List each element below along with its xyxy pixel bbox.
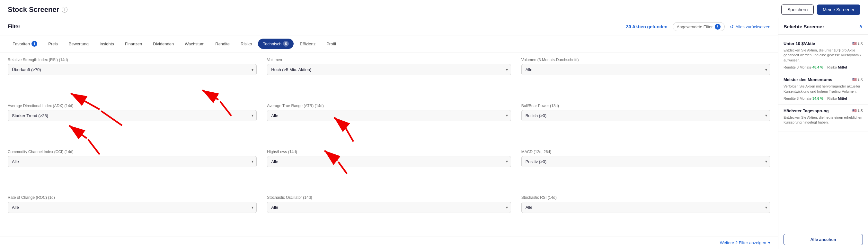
tab-insights[interactable]: Insights xyxy=(95,39,119,49)
filter-label-rsi: Relative Strength Index (RSI) (14d) xyxy=(8,58,257,62)
screener-stats-under10: Rendite 3 Monate 48,4 %Risiko Mittel xyxy=(783,65,863,69)
filter-select-rsi[interactable]: AlleÜberkauft (>70)Überverkauft (<30) xyxy=(8,64,257,75)
stat-value: Mittel xyxy=(838,96,847,100)
filter-select-stochastic[interactable]: Alle xyxy=(267,202,511,213)
filter-section-rsi: Relative Strength Index (RSI) (14d)AlleÜ… xyxy=(8,52,262,99)
sidebar-header: Beliebte Screener ∧ xyxy=(778,18,868,35)
view-all-button[interactable]: Alle ansehen xyxy=(783,234,863,245)
tab-wachstum[interactable]: Wachstum xyxy=(180,39,209,49)
stat-label: Risiko xyxy=(827,65,838,69)
tab-label-effizienz: Effizienz xyxy=(300,42,315,46)
filter-label: Filter xyxy=(8,24,20,30)
screener-item-momentum[interactable]: Meister des Momentums🇺🇸USVerfolgen Sie A… xyxy=(778,73,868,105)
tab-label-technisch: Technisch xyxy=(263,42,281,46)
stocks-found: 30 Aktien gefunden xyxy=(626,24,668,29)
tab-label-finanzen: Finanzen xyxy=(125,42,142,46)
filter-bar: Filter 30 Aktien gefunden Angewendete Fi… xyxy=(0,18,778,35)
screener-stats-momentum: Rendite 3 Monate 34,6 %Risiko Mittel xyxy=(783,96,863,100)
main: Filter 30 Aktien gefunden Angewendete Fi… xyxy=(0,18,868,249)
filter-section-stochasticrsi: Stochastic RSI (14d)Alle xyxy=(516,190,770,236)
tab-profil[interactable]: Profil xyxy=(321,39,341,49)
filter-label-atr: Average True Range (ATR) (14d) xyxy=(267,104,511,108)
filter-select-macd[interactable]: AllePositiv (>0)Negativ (<0) xyxy=(521,156,770,167)
filter-section-cci: Commodity Channel Index (CCI) (14d)Alle xyxy=(8,144,262,190)
screener-item-dayLeap[interactable]: Höchster Tagessprung🇺🇸USEntdecken Sie Ak… xyxy=(778,105,868,132)
filter-select-wrapper-volumen3m: Alle xyxy=(521,64,770,75)
info-icon[interactable]: i xyxy=(62,7,67,12)
tab-risiko[interactable]: Risiko xyxy=(236,39,257,49)
tab-label-wachstum: Wachstum xyxy=(185,42,204,46)
tab-label-profil: Profil xyxy=(327,42,336,46)
stat-label: Risiko xyxy=(827,96,838,100)
tab-label-bewertung: Bewertung xyxy=(69,42,89,46)
filter-label-highslows: Highs/Lows (14d) xyxy=(267,149,511,154)
screener-item-desc-dayLeap: Entdecken Sie Aktien, die heute einen er… xyxy=(783,115,863,125)
sidebar: Beliebte Screener ∧ Unter 10 $/Aktie🇺🇸US… xyxy=(778,18,868,249)
filter-section-volumen: VolumenAlleHoch (>5 Mio. Aktien)Sehr hoc… xyxy=(262,52,516,99)
filter-select-wrapper-highslows: Alle xyxy=(267,156,511,167)
tab-finanzen[interactable]: Finanzen xyxy=(120,39,147,49)
country-label-dayLeap: US xyxy=(858,109,863,113)
tab-technisch[interactable]: Technisch5 xyxy=(258,38,293,49)
page-title: Stock Screener xyxy=(8,5,59,14)
filter-select-atr[interactable]: Alle xyxy=(267,110,511,121)
tab-label-insights: Insights xyxy=(100,42,114,46)
save-button[interactable]: Speichern xyxy=(781,4,814,15)
stat-momentum-Rendite 3 Monate: Rendite 3 Monate 34,6 % xyxy=(783,96,823,100)
filter-section-highslows: Highs/Lows (14d)Alle xyxy=(262,144,516,190)
header-left: Stock Screener i xyxy=(8,5,67,14)
tab-label-preis: Preis xyxy=(48,42,58,46)
my-screener-button[interactable]: Meine Screener xyxy=(817,4,860,15)
filter-select-adx[interactable]: AlleStarker Trend (>25)Schwacher Trend (… xyxy=(8,110,257,121)
filter-select-cci[interactable]: Alle xyxy=(8,156,257,167)
country-badge-under10: 🇺🇸US xyxy=(852,42,863,46)
reset-icon: ↺ xyxy=(730,24,734,29)
flag-icon-under10: 🇺🇸 xyxy=(852,42,857,46)
tab-preis[interactable]: Preis xyxy=(43,39,63,49)
tab-badge-technisch: 5 xyxy=(283,41,289,47)
country-label-under10: US xyxy=(858,42,863,46)
sidebar-items: Unter 10 $/Aktie🇺🇸USEntdecken Sie Aktien… xyxy=(778,35,868,230)
filter-count-badge: 5 xyxy=(715,24,720,30)
filter-select-stochasticrsi[interactable]: Alle xyxy=(521,202,770,213)
filter-label-bullbear: Bull/Bear Power (13d) xyxy=(521,104,770,108)
filter-select-roc[interactable]: Alle xyxy=(8,202,257,213)
filter-select-volumen3m[interactable]: Alle xyxy=(521,64,770,75)
screener-item-under10[interactable]: Unter 10 $/Aktie🇺🇸USEntdecken Sie Aktien… xyxy=(778,37,868,73)
show-more-button[interactable]: Weitere 2 Filter anzeigen ▾ xyxy=(0,236,778,249)
filter-select-wrapper-rsi: AlleÜberkauft (>70)Überverkauft (<30) xyxy=(8,64,257,75)
filter-label-macd: MACD (12d, 26d) xyxy=(521,149,770,154)
filter-select-bullbear[interactable]: AlleBullish (>0)Bearish (<0) xyxy=(521,110,770,121)
filter-label-volumen: Volumen xyxy=(267,58,511,62)
tab-dividenden[interactable]: Dividenden xyxy=(148,39,179,49)
stat-under10-Risiko: Risiko Mittel xyxy=(827,65,847,69)
tab-bewertung[interactable]: Bewertung xyxy=(64,39,93,49)
filter-label-adx: Average Directional Index (ADX) (14d) xyxy=(8,104,257,108)
reset-all-label: Alles zurücksetzen xyxy=(736,24,770,29)
filter-select-wrapper-macd: AllePositiv (>0)Negativ (<0) xyxy=(521,156,770,167)
applied-filters-label: Angewendete Filter xyxy=(677,24,713,29)
screener-item-header-dayLeap: Höchster Tagessprung🇺🇸US xyxy=(783,108,863,113)
flag-icon-dayLeap: 🇺🇸 xyxy=(852,109,857,113)
filter-select-wrapper-stochasticrsi: Alle xyxy=(521,202,770,213)
tab-effizienz[interactable]: Effizienz xyxy=(295,39,320,49)
flag-icon-momentum: 🇺🇸 xyxy=(852,78,857,82)
filter-label-roc: Rate of Change (ROC) (1d) xyxy=(8,195,257,200)
sidebar-toggle-icon[interactable]: ∧ xyxy=(859,23,863,30)
chevron-down-icon: ▾ xyxy=(768,240,770,245)
filter-select-wrapper-atr: Alle xyxy=(267,110,511,121)
stat-value: Mittel xyxy=(838,65,847,69)
filter-label-volumen3m: Volumen (3-Monats-Durchschnitt) xyxy=(521,58,770,62)
country-badge-dayLeap: 🇺🇸US xyxy=(852,109,863,113)
reset-all-button[interactable]: ↺ Alles zurücksetzen xyxy=(730,24,770,29)
filter-section-volumen3m: Volumen (3-Monats-Durchschnitt)Alle xyxy=(516,52,770,99)
stat-under10-Rendite 3 Monate: Rendite 3 Monate 48,4 % xyxy=(783,65,823,69)
filter-section-bullbear: Bull/Bear Power (13d)AlleBullish (>0)Bea… xyxy=(516,99,770,144)
tab-rendite[interactable]: Rendite xyxy=(210,39,235,49)
filter-section-roc: Rate of Change (ROC) (1d)Alle xyxy=(8,190,262,236)
filter-select-highslows[interactable]: Alle xyxy=(267,156,511,167)
tab-label-favoriten: Favoriten xyxy=(12,42,30,46)
filter-select-volumen[interactable]: AlleHoch (>5 Mio. Aktien)Sehr hoch (>10 … xyxy=(267,64,511,75)
applied-filters-button[interactable]: Angewendete Filter 5 xyxy=(673,22,725,31)
tab-favoriten[interactable]: Favoriten1 xyxy=(8,38,42,49)
